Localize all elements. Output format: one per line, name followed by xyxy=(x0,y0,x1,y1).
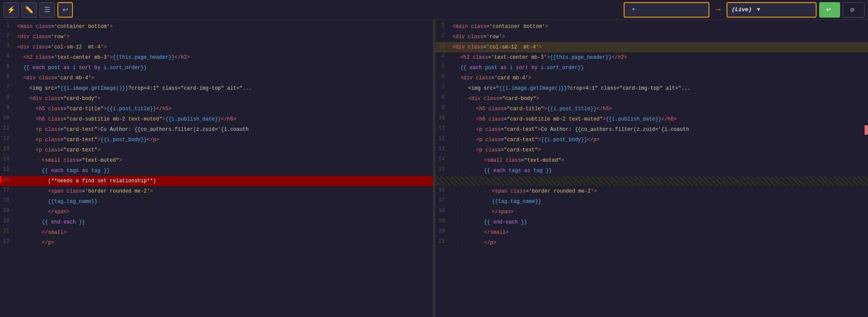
table-row: 2<div class='row'> xyxy=(0,32,433,42)
line-number: 7 xyxy=(0,84,14,90)
line-number: 10 xyxy=(0,115,14,121)
line-number: 17 xyxy=(0,187,14,193)
table-row: 8····<div class="card-body"> xyxy=(436,94,868,104)
arrow-right-icon: → xyxy=(712,5,724,15)
right-code-lines: 1<main class='container bottom'>2<div cl… xyxy=(436,20,868,250)
line-content: {{ each tags as tag }} xyxy=(14,166,433,175)
line-content: <p class="card-text">Co Author: {{co_aut… xyxy=(14,125,433,134)
line-content: </small> xyxy=(14,228,433,237)
line-content: <div class="card-body"> xyxy=(14,94,433,103)
line-number: 21 xyxy=(0,228,14,234)
table-row: 5 {{ each post as i sort by i.sort_order… xyxy=(0,63,433,73)
line-content: <p class="card-text"> xyxy=(14,145,433,155)
table-row: 21 </small> xyxy=(0,227,433,238)
table-row: 16 (**needs a find set relationship**) xyxy=(0,176,433,186)
line-content: ····<div class="card-body"> xyxy=(449,94,868,103)
table-row: 19········{{ end-each }} xyxy=(436,217,868,227)
line-content: ········</small> xyxy=(449,228,868,237)
line-number: 5 xyxy=(0,63,14,69)
line-number: 13 xyxy=(436,145,449,152)
line-content: <p class="card-text">{{i.post_body}}</p> xyxy=(14,135,433,145)
line-content: <main class='container bottom'> xyxy=(449,22,868,31)
list-icon-btn[interactable]: ☰ xyxy=(39,2,55,18)
line-content: <main class='container bottom'> xyxy=(14,22,433,31)
table-row: 18··········</span> xyxy=(436,207,868,217)
line-content: <div class='col-sm-12 mt-4'> xyxy=(449,42,868,52)
table-row: 3<div class='col-sm-12 mt-4'> xyxy=(0,42,433,52)
table-row: 8 <div class="card-body"> xyxy=(0,94,433,104)
diff-hatch xyxy=(436,176,868,186)
line-number: 7 xyxy=(436,84,449,90)
line-content: ········</p> xyxy=(449,238,868,248)
line-number: 1 xyxy=(0,22,14,28)
line-number: 22 xyxy=(0,238,14,245)
line-content: <div class='card mb-4'> xyxy=(14,73,433,83)
line-number: 6 xyxy=(0,73,14,80)
line-number: 8 xyxy=(0,94,14,100)
line-number: 19 xyxy=(436,217,449,224)
line-content: <img src="{{i.image.getImage()}}?crop=4:… xyxy=(14,84,433,93)
load-version-button[interactable]: ↩ xyxy=(819,2,840,18)
line-content: ··{{ each post as i sort by i.sort_order… xyxy=(449,63,868,72)
table-row: 16··········<span class='border rounded … xyxy=(436,186,868,196)
table-row: 11······<p class="card-text">Co Author: … xyxy=(436,124,868,135)
line-number: 14 xyxy=(436,156,449,162)
local-version-arrow: ▼ xyxy=(632,7,635,12)
line-number: 11 xyxy=(436,125,449,131)
lightning-icon-btn[interactable]: ⚡ xyxy=(3,2,19,18)
line-content: <div class='col-sm-12 mt-4'> xyxy=(14,42,433,52)
line-number: 5 xyxy=(436,63,449,69)
toolbar: ⚡ ✏️ ☰ ↩ ▼ → (Live) ▼ ↩ ⊘ xyxy=(0,0,868,20)
line-number: 12 xyxy=(0,135,14,142)
line-number: 19 xyxy=(0,207,14,214)
line-number: 20 xyxy=(0,217,14,224)
edit-icon-btn[interactable]: ✏️ xyxy=(21,2,37,18)
line-content: ······<p class="card-text">{{i.post_body… xyxy=(449,135,868,145)
line-number: 9 xyxy=(436,104,449,111)
line-content: {{ end-each }} xyxy=(14,217,433,227)
line-number: 20 xyxy=(436,228,449,234)
table-row: 12······<p class="card-text">{{i.post_bo… xyxy=(436,135,868,145)
line-number: 1 xyxy=(436,22,449,28)
line-content: <h6 class="card-subtitle mb-2 text-muted… xyxy=(14,115,433,124)
table-row: 20 {{ end-each }} xyxy=(0,217,433,227)
line-content: ··········<span class='border rounded me… xyxy=(449,187,868,196)
local-version-dropdown[interactable]: ▼ xyxy=(624,2,709,18)
table-row: 6··<div class='card mb-4'> xyxy=(436,73,868,83)
line-content: <h2 class='text-center mb-3'>{{this.page… xyxy=(14,53,433,62)
line-number: 4 xyxy=(436,53,449,59)
table-row: 4 <h2 class='text-center mb-3'>{{this.pa… xyxy=(0,52,433,63)
line-number: 2 xyxy=(436,32,449,39)
line-number: 18 xyxy=(436,207,449,214)
history-icon-btn[interactable]: ↩ xyxy=(57,2,73,18)
line-number: 15 xyxy=(0,166,14,172)
table-row: 18 {{tag.tag_name}} xyxy=(0,196,433,207)
table-row: 6 <div class='card mb-4'> xyxy=(0,73,433,83)
table-row: 3<div class='col-sm-12 mt-4'> xyxy=(436,42,868,52)
line-content: ········{{ each tags as tag }} xyxy=(449,166,868,175)
line-number: 16 xyxy=(0,176,14,183)
table-row: 1<main class='container bottom'> xyxy=(0,21,433,32)
line-content: </span> xyxy=(14,207,433,217)
table-row: 15 {{ each tags as tag }} xyxy=(0,166,433,176)
line-number: 13 xyxy=(0,145,14,152)
red-change-marker xyxy=(865,125,868,135)
line-number: 10 xyxy=(436,115,449,121)
line-content: ··<div class='card mb-4'> xyxy=(449,73,868,83)
table-row xyxy=(436,176,868,186)
table-row: 5··{{ each post as i sort by i.sort_orde… xyxy=(436,63,868,73)
line-number: 17 xyxy=(436,197,449,203)
table-row: 20········</small> xyxy=(436,227,868,238)
table-row: 7····<img src="{{i.image.getImage()}}?cr… xyxy=(436,83,868,94)
table-row: 13······<p class="card-text"> xyxy=(436,145,868,155)
line-number: 6 xyxy=(436,73,449,80)
table-row: 11 <p class="card-text">Co Author: {{co_… xyxy=(0,124,433,135)
line-content: ······<p class="card-text">Co Author: {{… xyxy=(449,125,868,134)
cancel-button[interactable]: ⊘ xyxy=(843,2,865,18)
line-content: ······<h6 class="card-subtitle mb-2 text… xyxy=(449,115,868,124)
table-row: 2<div class='row'> xyxy=(436,32,868,42)
live-version-dropdown[interactable]: (Live) ▼ xyxy=(727,2,817,18)
table-row: 17··········{{tag.tag_name}} xyxy=(436,196,868,207)
line-content: ··<h2 class='text-center mb-3'>{{this.pa… xyxy=(449,53,868,62)
line-content: ······<h5 class="card-title">{{i.post_ti… xyxy=(449,104,868,114)
